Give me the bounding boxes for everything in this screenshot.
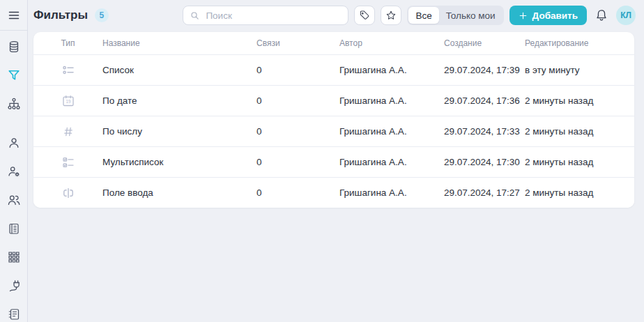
cell-name: По числу	[102, 126, 256, 137]
cell-author: Гришагина А.А.	[339, 95, 444, 106]
favorites-button[interactable]	[381, 6, 401, 25]
cell-author: Гришагина А.А.	[339, 187, 444, 198]
cell-author: Гришагина А.А.	[339, 126, 444, 137]
sidebar-item-user[interactable]	[7, 136, 21, 150]
count-badge: 5	[95, 8, 109, 22]
page-title: Фильтры	[33, 8, 88, 22]
filter-icon	[7, 68, 21, 82]
column-header-type: Тип	[33, 38, 102, 48]
filters-table: Тип Название Связи Автор Создание Редакт…	[33, 32, 634, 208]
column-header-created: Создание	[444, 38, 525, 48]
cell-links: 0	[256, 157, 339, 167]
sidebar-item-user-settings[interactable]	[7, 164, 21, 178]
cell-author: Гришагина А.А.	[339, 157, 444, 167]
column-header-name: Название	[102, 38, 256, 48]
search-box	[183, 6, 348, 25]
users-icon	[7, 193, 21, 207]
table-row[interactable]: По числу 0 Гришагина А.А. 29.07.2024, 17…	[33, 116, 634, 146]
user-icon	[7, 136, 21, 150]
cell-edited: 2 минуты назад	[525, 187, 634, 198]
user-settings-icon	[7, 164, 21, 178]
search-input[interactable]	[204, 10, 342, 22]
column-header-author: Автор	[339, 38, 444, 48]
sidebar-item-users[interactable]	[7, 193, 21, 207]
add-button[interactable]: Добавить	[509, 6, 587, 25]
multilist-type-icon	[33, 155, 102, 169]
sidebar	[0, 0, 28, 322]
cell-created: 29.07.2024, 17:33	[444, 126, 525, 137]
plus-icon	[519, 11, 528, 20]
sidebar-item-journal[interactable]	[7, 307, 21, 321]
cell-created: 29.07.2024, 17:30	[444, 157, 525, 167]
column-header-links: Связи	[256, 38, 339, 48]
hierarchy-icon	[7, 97, 21, 111]
input-type-icon	[33, 186, 102, 200]
calendar-type-icon	[33, 94, 102, 108]
cell-edited: 2 минуты назад	[525, 95, 634, 106]
tag-icon	[359, 10, 370, 21]
cell-name: Список	[102, 65, 256, 75]
cell-name: Мультисписок	[102, 157, 256, 167]
table-body: Список 0 Гришагина А.А. 29.07.2024, 17:3…	[33, 54, 634, 208]
journal-icon	[7, 307, 21, 321]
sidebar-header	[0, 0, 27, 31]
search-icon	[190, 10, 200, 21]
table-row[interactable]: Мультисписок 0 Гришагина А.А. 29.07.2024…	[33, 146, 634, 177]
toggle-all[interactable]: Все	[408, 7, 438, 24]
sidebar-item-apps[interactable]	[7, 250, 21, 264]
list-type-icon	[33, 63, 102, 77]
topbar: Фильтры 5 Все Только мои Добавить КЛ	[28, 0, 644, 31]
cell-links: 0	[256, 65, 339, 75]
cell-name: По дате	[102, 95, 256, 106]
number-type-icon	[33, 125, 102, 139]
column-header-edited: Редактирование	[525, 38, 634, 48]
table-header: Тип Название Связи Автор Создание Редакт…	[33, 32, 634, 54]
main-content: Фильтры 5 Все Только мои Добавить КЛ Тип	[28, 0, 644, 322]
sidebar-item-database[interactable]	[7, 40, 21, 54]
tags-button[interactable]	[354, 6, 375, 25]
cell-author: Гришагина А.А.	[339, 65, 444, 75]
cell-edited: в эту минуту	[525, 65, 634, 75]
cell-created: 29.07.2024, 17:27	[444, 187, 525, 198]
cell-edited: 2 минуты назад	[525, 126, 634, 137]
apps-grid-icon	[7, 250, 21, 264]
app-window: Фильтры 5 Все Только мои Добавить КЛ Тип	[0, 0, 644, 322]
cell-links: 0	[256, 187, 339, 198]
star-icon	[385, 10, 397, 21]
table-row[interactable]: Поле ввода 0 Гришагина А.А. 29.07.2024, …	[33, 177, 634, 208]
book-icon	[7, 222, 21, 236]
sidebar-item-integrations[interactable]	[7, 279, 21, 293]
sidebar-item-hierarchy[interactable]	[7, 97, 21, 111]
cell-edited: 2 минуты назад	[525, 157, 634, 167]
plug-icon	[7, 279, 21, 293]
sidebar-item-book[interactable]	[7, 222, 21, 236]
menu-icon[interactable]	[7, 8, 21, 22]
cell-name: Поле ввода	[102, 187, 256, 198]
cell-links: 0	[256, 95, 339, 106]
sidebar-nav	[7, 31, 21, 322]
ownership-toggle: Все Только мои	[407, 6, 503, 25]
notifications-button[interactable]	[595, 8, 608, 22]
table-row[interactable]: По дате 0 Гришагина А.А. 29.07.2024, 17:…	[33, 85, 634, 116]
avatar[interactable]: КЛ	[616, 6, 636, 25]
database-icon	[7, 40, 21, 54]
sidebar-item-filters[interactable]	[7, 68, 21, 82]
bell-icon	[595, 8, 608, 22]
cell-links: 0	[256, 126, 339, 137]
add-button-label: Добавить	[532, 10, 578, 21]
table-row[interactable]: Список 0 Гришагина А.А. 29.07.2024, 17:3…	[33, 54, 634, 85]
cell-created: 29.07.2024, 17:39	[444, 65, 525, 75]
cell-created: 29.07.2024, 17:36	[444, 95, 525, 106]
toggle-only-mine[interactable]: Только мои	[439, 7, 503, 24]
